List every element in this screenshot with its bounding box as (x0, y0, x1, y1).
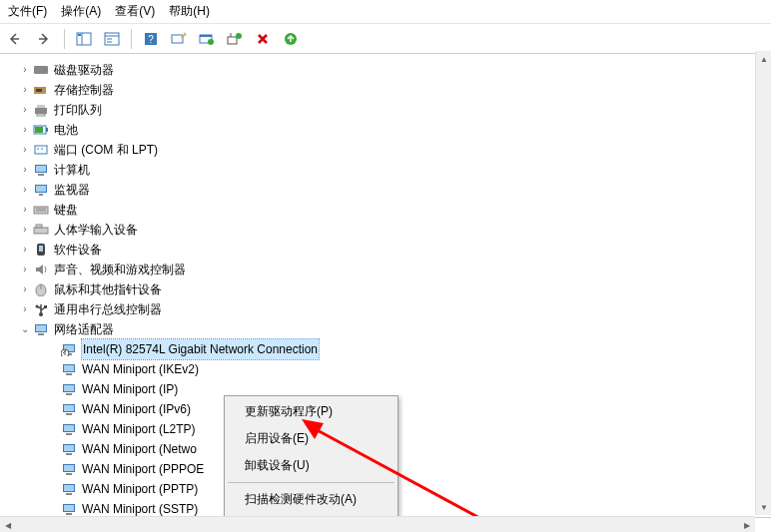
svg-rect-50 (36, 325, 46, 331)
svg-rect-13 (228, 37, 237, 44)
svg-point-15 (236, 33, 242, 39)
svg-rect-76 (66, 493, 72, 495)
scan-hardware-button[interactable] (168, 28, 190, 50)
menu-view[interactable]: 查看(V) (115, 3, 155, 20)
svg-rect-69 (64, 445, 74, 451)
tree-node-software-devices[interactable]: › 软件设备 (4, 240, 771, 260)
svg-rect-26 (35, 127, 43, 133)
svg-rect-34 (36, 186, 46, 192)
menu-file[interactable]: 文件(F) (8, 3, 47, 20)
help-button[interactable]: ? (140, 28, 162, 50)
svg-rect-61 (66, 393, 72, 395)
expand-icon[interactable]: › (18, 279, 32, 299)
enable-device-button[interactable] (280, 28, 302, 50)
network-adapter-icon (60, 441, 78, 457)
svg-rect-58 (66, 373, 72, 375)
svg-rect-57 (64, 365, 74, 371)
expand-icon[interactable]: › (18, 160, 32, 180)
scroll-left-button[interactable]: ◀ (0, 517, 16, 532)
battery-icon (32, 122, 50, 138)
svg-rect-27 (35, 146, 47, 154)
expand-icon[interactable]: › (18, 220, 32, 240)
expand-icon[interactable]: › (18, 120, 32, 140)
svg-rect-32 (38, 174, 44, 176)
monitor-icon (32, 182, 50, 198)
show-hide-console-button[interactable] (73, 28, 95, 50)
svg-rect-22 (37, 105, 45, 108)
network-adapter-icon (60, 401, 78, 417)
svg-point-47 (36, 305, 39, 308)
tree-node-wan-ikev2[interactable]: WAN Miniport (IKEv2) (4, 359, 771, 379)
ctx-separator (228, 482, 394, 483)
svg-rect-73 (66, 473, 72, 475)
tree-node-monitors[interactable]: › 监视器 (4, 180, 771, 200)
tree-node-ports[interactable]: › 端口 (COM 和 LPT) (4, 140, 771, 160)
expand-icon[interactable]: › (18, 100, 32, 120)
ctx-enable-device[interactable]: 启用设备(E) (227, 425, 395, 452)
menu-action[interactable]: 操作(A) (61, 3, 101, 20)
svg-rect-66 (64, 425, 74, 431)
svg-rect-31 (36, 166, 46, 172)
uninstall-device-button[interactable] (224, 28, 246, 50)
network-adapter-icon (60, 481, 78, 497)
expand-icon[interactable]: › (18, 140, 32, 160)
toolbar-separator (131, 29, 132, 49)
tree-node-network-adapters[interactable]: ⌄ 网络适配器 (4, 319, 771, 339)
vertical-scrollbar[interactable]: ▲ ▼ (755, 51, 771, 515)
expand-icon[interactable]: › (18, 240, 32, 260)
tree-node-batteries[interactable]: › 电池 (4, 120, 771, 140)
tree-node-keyboards[interactable]: › 键盘 (4, 200, 771, 220)
svg-rect-23 (37, 114, 45, 116)
svg-rect-39 (34, 228, 48, 234)
svg-rect-63 (64, 405, 74, 411)
svg-rect-48 (44, 305, 47, 308)
expand-icon[interactable]: › (18, 80, 32, 100)
ctx-scan-hardware[interactable]: 扫描检测硬件改动(A) (227, 486, 395, 513)
expand-icon[interactable]: › (18, 60, 32, 80)
svg-rect-21 (35, 108, 47, 114)
network-adapter-icon (32, 321, 50, 337)
scroll-down-button[interactable]: ▼ (756, 499, 771, 515)
tree-node-sound[interactable]: › 声音、视频和游戏控制器 (4, 260, 771, 279)
svg-rect-51 (38, 333, 44, 335)
expand-icon[interactable]: › (18, 200, 32, 220)
sound-icon (32, 262, 50, 277)
network-adapter-icon (60, 501, 78, 517)
expand-icon[interactable]: › (18, 260, 32, 279)
svg-rect-67 (66, 433, 72, 435)
tree-node-storage-controllers[interactable]: › 存储控制器 (4, 80, 771, 100)
horizontal-scrollbar[interactable]: ◀ ▶ (0, 516, 755, 532)
scroll-right-button[interactable]: ▶ (739, 517, 755, 532)
printer-icon (32, 102, 50, 118)
update-driver-button[interactable] (196, 28, 218, 50)
ctx-uninstall-device[interactable]: 卸载设备(U) (227, 452, 395, 479)
network-adapter-icon (60, 421, 78, 437)
ports-icon (32, 142, 50, 158)
device-tree-pane: › 磁盘驱动器 › 存储控制器 › 打印队列 › 电池 › 端口 (COM 和 … (0, 54, 771, 518)
tree-node-hid[interactable]: › 人体学输入设备 (4, 220, 771, 240)
storage-controller-icon (32, 82, 50, 98)
scroll-up-button[interactable]: ▲ (756, 51, 771, 67)
properties-button[interactable] (101, 28, 123, 50)
svg-rect-20 (36, 89, 42, 92)
toolbar: ? (0, 24, 771, 54)
collapse-icon[interactable]: ⌄ (18, 319, 32, 339)
tree-node-print-queues[interactable]: › 打印队列 (4, 100, 771, 120)
tree-node-computer[interactable]: › 计算机 (4, 160, 771, 180)
expand-icon[interactable]: › (18, 180, 32, 200)
expand-icon[interactable]: › (18, 299, 32, 319)
ctx-update-driver[interactable]: 更新驱动程序(P) (227, 398, 395, 425)
network-adapter-disabled-icon (60, 341, 78, 357)
tree-node-nic-intel[interactable]: Intel(R) 82574L Gigabit Network Connecti… (4, 339, 771, 359)
tree-node-disk-drives[interactable]: › 磁盘驱动器 (4, 60, 771, 80)
usb-icon (32, 301, 50, 317)
menu-help[interactable]: 帮助(H) (169, 3, 210, 20)
tree-node-mice[interactable]: › 鼠标和其他指针设备 (4, 279, 771, 299)
disable-device-button[interactable] (252, 28, 274, 50)
svg-rect-2 (78, 34, 81, 36)
forward-button[interactable] (34, 28, 56, 50)
back-button[interactable] (6, 28, 28, 50)
tree-node-usb[interactable]: › 通用串行总线控制器 (4, 299, 771, 319)
svg-rect-79 (66, 513, 72, 515)
hid-icon (32, 222, 50, 238)
